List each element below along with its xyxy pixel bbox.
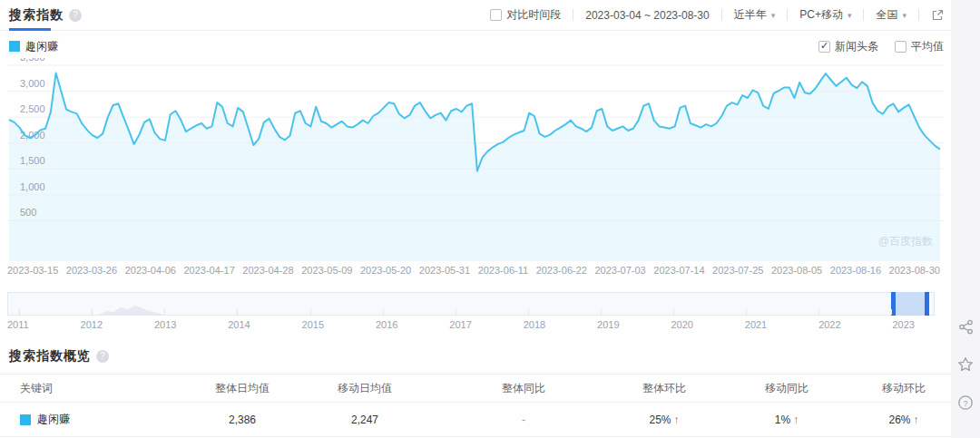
period-dropdown-value: 近半年 bbox=[734, 7, 767, 23]
scrubber-selection[interactable] bbox=[891, 292, 929, 316]
open-external-button[interactable] bbox=[931, 9, 944, 22]
region-dropdown-value: 全国 bbox=[876, 7, 897, 23]
svg-text:3,000: 3,000 bbox=[20, 78, 45, 89]
overview-title-row: 搜索指数概览 ? bbox=[9, 348, 109, 365]
up-arrow-icon: ↑ bbox=[914, 414, 919, 426]
x-axis-labels: 2023-03-152023-03-262023-04-062023-04-17… bbox=[7, 265, 940, 276]
year-tick bbox=[673, 309, 674, 315]
x-axis-label: 2023-04-28 bbox=[242, 265, 293, 276]
col-mobile-daily-avg: 移动日均值 bbox=[292, 381, 437, 396]
year-label: 2013 bbox=[154, 319, 176, 330]
keyword-swatch bbox=[20, 414, 31, 425]
x-axis-label: 2023-08-05 bbox=[771, 265, 822, 276]
year-tick bbox=[19, 309, 20, 315]
keyword-cell: 趣闲赚 bbox=[20, 412, 192, 427]
help-icon[interactable]: ? bbox=[957, 394, 974, 411]
svg-text:2,500: 2,500 bbox=[20, 103, 45, 114]
year-tick bbox=[237, 309, 238, 315]
chevron-down-icon: ▾ bbox=[848, 11, 852, 20]
compare-period-checkbox[interactable]: 对比时间段 bbox=[490, 7, 561, 23]
up-arrow-icon: ↑ bbox=[674, 414, 680, 426]
legend-item-keyword[interactable]: 趣闲赚 bbox=[9, 39, 58, 54]
year-tick bbox=[164, 309, 165, 315]
overview-help-icon[interactable]: ? bbox=[96, 350, 109, 363]
year-tick bbox=[383, 309, 384, 315]
svg-text:?: ? bbox=[963, 399, 967, 408]
divider bbox=[787, 9, 788, 21]
svg-text:@百度指数: @百度指数 bbox=[878, 235, 933, 248]
mobile-mom-value: 26%↑ bbox=[855, 414, 953, 426]
overview-table: 关键词 整体日均值 移动日均值 整体同比 整体环比 移动同比 移动环比 趣闲赚 … bbox=[0, 374, 951, 437]
checkbox-checked-icon[interactable] bbox=[818, 41, 830, 53]
mobile-yoy-value: 1%↑ bbox=[719, 414, 855, 426]
year-label: 2011 bbox=[7, 319, 29, 330]
news-headlines-label: 新闻头条 bbox=[835, 39, 878, 54]
baidu-index-page: 搜索指数 ? 对比时间段 2023-03-04 ~ 2023-08-30 近半年… bbox=[0, 0, 980, 438]
page-title: 搜索指数 bbox=[9, 7, 64, 24]
date-range-picker[interactable]: 2023-03-04 ~ 2023-08-30 bbox=[585, 9, 709, 22]
year-tick bbox=[818, 309, 819, 315]
divider bbox=[863, 9, 864, 21]
region-dropdown[interactable]: 全国 ▾ bbox=[876, 7, 906, 23]
date-range-value: 2023-03-04 ~ 2023-08-30 bbox=[585, 9, 709, 22]
news-headlines-checkbox[interactable]: 新闻头条 bbox=[818, 39, 878, 54]
col-overall-daily-avg: 整体日均值 bbox=[192, 381, 292, 396]
x-axis-label: 2023-04-06 bbox=[125, 265, 176, 276]
period-dropdown[interactable]: 近半年 ▾ bbox=[734, 7, 776, 23]
average-label: 平均值 bbox=[911, 39, 944, 54]
search-index-chart: 3,5003,0002,5002,0001,5001,000500@百度指数 bbox=[7, 58, 944, 261]
chevron-down-icon: ▾ bbox=[771, 11, 776, 20]
x-axis-label: 2023-04-17 bbox=[183, 265, 234, 276]
x-axis-label: 2023-08-16 bbox=[830, 265, 881, 276]
legend-swatch bbox=[9, 41, 20, 52]
col-mobile-yoy: 移动同比 bbox=[719, 381, 855, 396]
mobile-daily-avg-value: 2,247 bbox=[292, 414, 437, 426]
keyword-text: 趣闲赚 bbox=[37, 412, 70, 427]
title-help-icon[interactable]: ? bbox=[69, 9, 82, 22]
year-label: 2014 bbox=[228, 319, 250, 330]
chevron-down-icon: ▾ bbox=[902, 11, 906, 20]
legend-row: 趣闲赚 新闻头条 平均值 bbox=[9, 38, 944, 54]
timeline-scrubber[interactable] bbox=[7, 292, 935, 316]
average-checkbox[interactable]: 平均值 bbox=[895, 39, 944, 54]
x-axis-label: 2023-07-03 bbox=[594, 265, 645, 276]
year-label: 2018 bbox=[524, 319, 545, 330]
device-dropdown[interactable]: PC+移动 ▾ bbox=[799, 7, 851, 23]
scrubber-handle-right[interactable] bbox=[925, 292, 929, 316]
overall-yoy-value: - bbox=[437, 414, 610, 426]
year-tick bbox=[92, 309, 93, 315]
year-tick bbox=[891, 309, 892, 315]
up-arrow-icon: ↑ bbox=[793, 414, 799, 426]
svg-text:1,500: 1,500 bbox=[20, 155, 45, 166]
favorite-star-icon[interactable] bbox=[957, 356, 974, 373]
year-label: 2020 bbox=[671, 319, 692, 330]
checkbox-icon[interactable] bbox=[895, 41, 906, 53]
overall-daily-avg-value: 2,386 bbox=[192, 414, 292, 426]
year-tick bbox=[456, 309, 456, 315]
year-label: 2023 bbox=[892, 319, 914, 330]
x-axis-label: 2023-06-11 bbox=[478, 265, 528, 276]
x-axis-label: 2023-05-31 bbox=[419, 265, 470, 276]
year-label: 2016 bbox=[376, 319, 397, 330]
x-axis-label: 2023-05-20 bbox=[360, 265, 411, 276]
share-icon[interactable] bbox=[958, 319, 974, 335]
legend-keyword-label: 趣闲赚 bbox=[25, 39, 58, 54]
col-overall-mom: 整体环比 bbox=[610, 381, 719, 396]
year-label: 2012 bbox=[81, 319, 103, 330]
x-axis-label: 2023-07-14 bbox=[653, 265, 704, 276]
x-axis-label: 2023-06-22 bbox=[536, 265, 587, 276]
checkbox-icon[interactable] bbox=[490, 9, 502, 21]
year-label: 2015 bbox=[302, 319, 324, 330]
year-label: 2022 bbox=[818, 319, 840, 330]
x-axis-label: 2023-05-09 bbox=[301, 265, 352, 276]
year-label: 2019 bbox=[597, 319, 619, 330]
year-label: 2021 bbox=[745, 319, 767, 330]
year-tick bbox=[601, 309, 602, 315]
svg-text:3,500: 3,500 bbox=[20, 58, 45, 63]
divider bbox=[573, 9, 573, 21]
col-mobile-mom: 移动环比 bbox=[855, 381, 953, 396]
timeline-year-labels: 2011201220132014201520162017201820192020… bbox=[7, 319, 915, 330]
svg-text:1,000: 1,000 bbox=[20, 181, 45, 192]
compare-period-label: 对比时间段 bbox=[506, 7, 561, 23]
active-tab-indicator bbox=[9, 28, 51, 31]
